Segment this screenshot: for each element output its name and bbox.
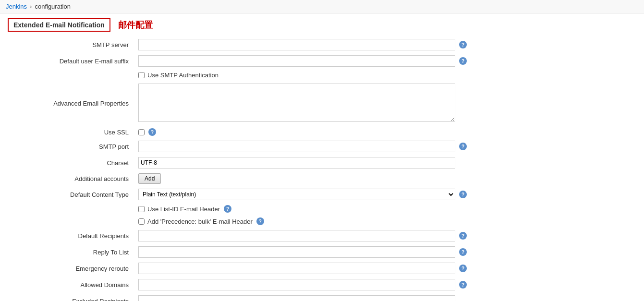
charset-row: Charset (0, 155, 644, 171)
smtp-server-help-icon[interactable]: ? (459, 41, 467, 48)
breadcrumb: Jenkins › configuration (0, 0, 644, 13)
allowed-domains-input[interactable] (138, 279, 455, 290)
add-account-button[interactable]: Add (138, 173, 161, 184)
smtp-auth-label: Use SMTP Authentication (147, 72, 219, 79)
default-content-type-row: Default Content Type Plain Text (text/pl… (0, 186, 644, 203)
smtp-auth-checkbox[interactable] (138, 72, 145, 78)
reply-to-list-row: Reply To List ? (0, 244, 644, 260)
precedence-label: Add 'Precedence: bulk' E-mail Header (147, 218, 253, 225)
default-recipients-input[interactable] (138, 230, 455, 241)
charset-input[interactable] (138, 157, 455, 169)
excluded-recipients-row: Excluded Recipients (0, 293, 644, 301)
charset-label: Charset (107, 159, 129, 167)
content-type-help-icon[interactable]: ? (459, 191, 467, 198)
smtp-server-input[interactable] (138, 39, 455, 50)
advanced-email-row: Advanced Email Properties (0, 81, 644, 126)
smtp-port-help-icon[interactable]: ? (459, 143, 467, 150)
section-title-en: Extended E-mail Notification (8, 18, 110, 32)
use-ssl-row: Use SSL ? (0, 126, 644, 138)
list-id-checkbox[interactable] (138, 206, 145, 212)
use-ssl-label: Use SSL (104, 129, 129, 136)
email-suffix-input[interactable] (138, 55, 455, 67)
smtp-port-label: SMTP port (99, 143, 129, 150)
default-recipients-label: Default Recipients (78, 232, 129, 240)
excluded-recipients-input[interactable] (138, 295, 455, 301)
emergency-reroute-input[interactable] (138, 263, 455, 274)
breadcrumb-current: configuration (35, 3, 70, 10)
precedence-help-icon[interactable]: ? (256, 217, 264, 225)
section-header: Extended E-mail Notification 邮件配置 (0, 13, 644, 36)
breadcrumb-home[interactable]: Jenkins (6, 3, 27, 10)
smtp-server-row: SMTP server ? (0, 36, 644, 53)
additional-accounts-label: Additional accounts (74, 175, 129, 182)
smtp-server-label: SMTP server (92, 41, 129, 48)
configuration-form: SMTP server ? Default user E-mail suffix (0, 36, 644, 301)
allowed-domains-help-icon[interactable]: ? (459, 281, 467, 289)
reply-to-list-label: Reply To List (93, 249, 129, 256)
email-suffix-row: Default user E-mail suffix ? (0, 53, 644, 69)
precedence-row: Add 'Precedence: bulk' E-mail Header ? (0, 215, 644, 228)
allowed-domains-label: Allowed Domains (81, 281, 129, 289)
section-title-cn: 邮件配置 (118, 19, 153, 31)
list-id-label: Use List-ID E-mail Header (147, 205, 220, 213)
email-suffix-help-icon[interactable]: ? (459, 57, 467, 65)
reply-to-list-help-icon[interactable]: ? (459, 248, 467, 256)
additional-accounts-row: Additional accounts Add (0, 171, 644, 186)
content-area: Extended E-mail Notification 邮件配置 SMTP s… (0, 13, 644, 301)
list-id-row: Use List-ID E-mail Header ? (0, 203, 644, 215)
list-id-help-icon[interactable]: ? (224, 205, 231, 213)
email-suffix-label: Default user E-mail suffix (60, 58, 129, 65)
default-content-type-select[interactable]: Plain Text (text/plain) HTML (text/html)… (138, 189, 455, 200)
reply-to-list-input[interactable] (138, 246, 455, 258)
emergency-reroute-help-icon[interactable]: ? (459, 265, 467, 272)
advanced-email-label: Advanced Email Properties (53, 100, 129, 107)
breadcrumb-separator: › (30, 3, 32, 10)
default-content-type-label: Default Content Type (70, 191, 129, 198)
use-ssl-help-icon[interactable]: ? (148, 128, 156, 136)
smtp-port-row: SMTP port ? (0, 138, 644, 155)
advanced-email-textarea[interactable] (138, 84, 455, 122)
smtp-port-input[interactable] (138, 141, 455, 152)
emergency-reroute-row: Emergency reroute ? (0, 260, 644, 277)
smtp-auth-row: Use SMTP Authentication (0, 69, 644, 81)
default-recipients-row: Default Recipients ? (0, 228, 644, 244)
use-ssl-checkbox[interactable] (138, 129, 145, 135)
allowed-domains-row: Allowed Domains ? (0, 277, 644, 293)
precedence-checkbox[interactable] (138, 218, 145, 225)
excluded-recipients-label: Excluded Recipients (72, 298, 129, 301)
default-recipients-help-icon[interactable]: ? (459, 232, 467, 240)
emergency-reroute-label: Emergency reroute (75, 265, 129, 272)
